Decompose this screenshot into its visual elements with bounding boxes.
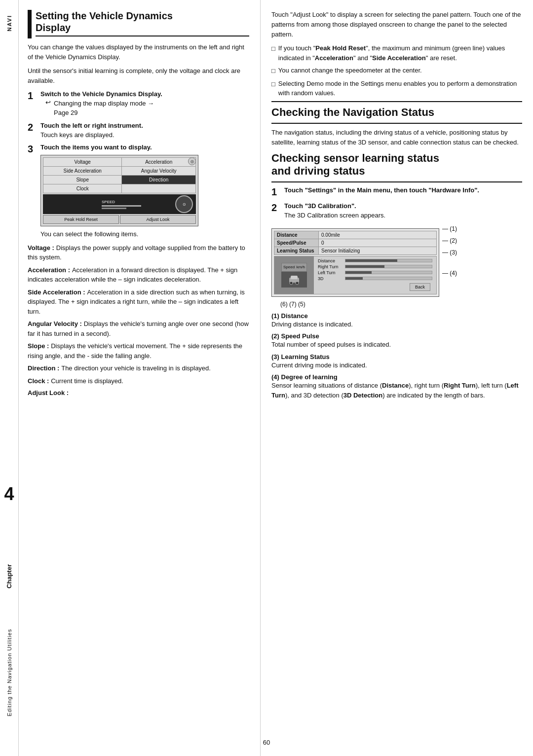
btn-side-accel[interactable]: Side Acceleration xyxy=(43,167,122,176)
annot-title-1: (1) Distance Driving distance is indicat… xyxy=(271,312,522,329)
step-3-note: You can select the following items. xyxy=(40,229,249,239)
page-layout: NAVI 4 Chapter Editing the Navigation Ut… xyxy=(0,0,533,756)
svg-point-2 xyxy=(290,282,293,285)
annot-title-2: (2) Speed Pulse Total number of speed pu… xyxy=(271,332,522,350)
bar-track-distance xyxy=(345,259,432,262)
bar-fill-distance xyxy=(345,259,397,262)
sensor-title: Checking sensor learning statusand drivi… xyxy=(271,152,522,178)
checkbox-icon-2: □ xyxy=(271,66,275,76)
step-1-sub: ↩ Changing the map display mode → Page 2… xyxy=(45,99,249,118)
section-title-line2: Display xyxy=(36,22,71,33)
step-2-number: 2 xyxy=(28,122,37,133)
bar-track-3d xyxy=(345,277,432,280)
step-1-number: 1 xyxy=(28,90,37,101)
calib-screen-wrapper: Distance 0.00mile Speed/Pulse 0 Learning… xyxy=(271,224,522,299)
bar-fill-right-turn xyxy=(345,265,384,268)
screen-table: Voltage Acceleration Side Acceleration A… xyxy=(43,157,196,193)
section-title-wrapper: Setting the Vehicle Dynamics Display xyxy=(36,10,249,36)
step-2-title: Touch the left or right instrument. xyxy=(40,122,249,129)
right-step-2-number: 2 xyxy=(271,202,280,213)
nav-status-body: The navigation status, including the dri… xyxy=(271,128,522,147)
term-side-acceleration: Side Acceleration : Acceleration in a si… xyxy=(28,288,249,317)
nav-status-underline xyxy=(271,123,522,124)
term-voltage: Voltage : Displays the power supply and … xyxy=(28,243,249,262)
nav-status-title: Checking the Navigation Status xyxy=(271,106,522,119)
btn-acceleration[interactable]: Acceleration xyxy=(122,158,196,167)
bar-label-right-turn: Right Turn xyxy=(318,264,345,269)
annot-title-3: (3) Learning Status Current driving mode… xyxy=(271,353,522,370)
bar-row-distance: Distance xyxy=(318,258,432,263)
annot-title-4: (4) Degree of learning Sensor learning s… xyxy=(271,373,522,400)
annot-4: — (4) xyxy=(442,270,457,277)
bar-row-right-turn: Right Turn xyxy=(318,264,432,269)
bar-track-left-turn xyxy=(345,271,432,274)
calib-label-speed: Speed/Pulse xyxy=(274,239,319,247)
step-3: 3 Touch the items you want to display. ◎… xyxy=(28,144,249,239)
svg-rect-1 xyxy=(291,276,298,279)
checkbox-item-1: □ If you touch "Peak Hold Reset", the ma… xyxy=(271,43,522,63)
btn-angular-vel[interactable]: Angular Velocity xyxy=(122,167,196,176)
screen-mockup: ◎ Voltage Acceleration Side Acceleration… xyxy=(40,155,198,226)
btn-voltage[interactable]: Voltage xyxy=(43,158,122,167)
speed-top-bar: Speedkm/h xyxy=(281,263,307,272)
term-angular-velocity: Angular Velocity : Displays the vehicle'… xyxy=(28,319,249,338)
term-acceleration: Acceleration : Acceleration in a forward… xyxy=(28,265,249,285)
calib-bottom-annots: (6) (7) (5) xyxy=(280,301,305,308)
checkbox-text-3: Selecting Demo mode in the Settings menu… xyxy=(278,79,522,98)
checkbox-icon-1: □ xyxy=(271,44,275,54)
calib-row-distance: Distance 0.00mile xyxy=(274,231,437,239)
step-1-title: Switch to the Vehicle Dynamics Display. xyxy=(40,90,249,98)
bar-fill-left-turn xyxy=(345,271,372,274)
peak-hold-reset-btn[interactable]: Peak Hold Reset xyxy=(43,215,119,224)
speed-display: SPEED ⊙ xyxy=(43,194,196,214)
right-step-2-content: Touch "3D Calibration". The 3D Calibrati… xyxy=(284,202,522,220)
adjust-look-btn[interactable]: Adjust Look xyxy=(120,215,196,224)
btn-empty xyxy=(122,184,196,193)
calib-back-btn-row: Back xyxy=(318,282,432,292)
section-title: Setting the Vehicle Dynamics Display xyxy=(36,10,249,36)
right-step-1-number: 1 xyxy=(271,186,280,197)
term-direction: Direction : The direction your vehicle i… xyxy=(28,363,249,373)
svg-point-3 xyxy=(296,282,299,285)
arrow-icon: ↩ xyxy=(45,99,51,106)
right-column: Touch "Adjust Look" to display a screen … xyxy=(261,0,533,756)
annot-3: — (3) xyxy=(442,249,457,256)
right-step-2: 2 Touch "3D Calibration". The 3D Calibra… xyxy=(271,202,522,220)
bar-label-3d: 3D xyxy=(318,276,345,281)
adjust-look-body: Touch "Adjust Look" to display a screen … xyxy=(271,10,522,39)
speed-label: SPEED xyxy=(102,200,115,204)
bar-row-3d: 3D xyxy=(318,276,432,281)
intro-para1: You can change the values displayed by t… xyxy=(28,42,249,62)
spine: NAVI 4 Chapter Editing the Navigation Ut… xyxy=(0,0,19,756)
btn-slope[interactable]: Slope xyxy=(43,176,122,184)
speedometer-circle: ⊙ xyxy=(175,195,193,213)
screen-btn-row: Peak Hold Reset Adjust Look xyxy=(43,215,196,224)
car-icon xyxy=(287,273,301,287)
section-title-line1: Setting the Vehicle Dynamics xyxy=(36,10,173,21)
bar-row-left-turn: Left Turn xyxy=(318,270,432,275)
calib-table: Distance 0.00mile Speed/Pulse 0 Learning… xyxy=(274,231,437,255)
checkbox-item-2: □ You cannot change the speedometer at t… xyxy=(271,66,522,76)
speed-bar-2-wrap xyxy=(102,208,126,209)
btn-direction[interactable]: Direction xyxy=(122,176,196,184)
calib-value-distance: 0.00mile xyxy=(319,231,437,239)
step-3-content: Touch the items you want to display. ◎ V… xyxy=(40,144,249,239)
calib-value-speed: 0 xyxy=(319,239,437,247)
speed-bars-group: SPEED xyxy=(102,200,141,209)
step-3-number: 3 xyxy=(28,144,37,154)
step-1-sub-text: Changing the map display mode → Page 29 xyxy=(54,99,154,118)
section-title-bar xyxy=(28,10,32,38)
section-title-block: Setting the Vehicle Dynamics Display xyxy=(28,10,249,38)
step-1: 1 Switch to the Vehicle Dynamics Display… xyxy=(28,90,249,118)
btn-clock[interactable]: Clock xyxy=(43,184,122,193)
spine-navi-label: NAVI xyxy=(6,15,12,31)
screen-icon: ◎ xyxy=(188,157,196,165)
checkbox-item-3: □ Selecting Demo mode in the Settings me… xyxy=(271,79,522,98)
intro-para2: Until the sensor's initial learning is c… xyxy=(28,66,249,86)
calib-label-learning: Learning Status xyxy=(274,247,319,254)
right-step-1-title: Touch "Settings" in the Main menu, then … xyxy=(284,186,522,194)
calib-lower-right: Distance Right Turn xyxy=(314,256,436,294)
back-button[interactable]: Back xyxy=(410,283,430,291)
checkbox-text-1: If you touch "Peak Hold Reset", the maxi… xyxy=(278,43,522,63)
step-2: 2 Touch the left or right instrument. To… xyxy=(28,122,249,140)
